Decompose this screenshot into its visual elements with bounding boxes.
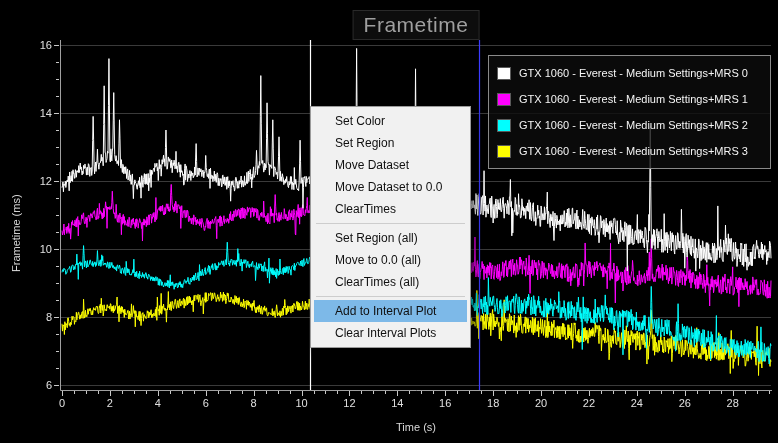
- legend-entry[interactable]: GTX 1060 - Everest - Medium Settings+MRS…: [497, 115, 762, 135]
- menu-item-add-to-interval-plot[interactable]: Add to Interval Plot: [314, 300, 467, 322]
- menu-separator: [316, 223, 465, 224]
- x-axis-label: Time (s): [396, 421, 436, 433]
- menu-item-cleartimes[interactable]: ClearTimes: [314, 198, 467, 220]
- context-menu: Set ColorSet RegionMove DatasetMove Data…: [310, 106, 471, 348]
- menu-separator: [316, 296, 465, 297]
- legend-label: GTX 1060 - Everest - Medium Settings+MRS…: [519, 119, 748, 131]
- menu-item-set-color[interactable]: Set Color: [314, 110, 467, 132]
- legend-swatch: [497, 67, 511, 80]
- menu-item-move-dataset[interactable]: Move Dataset: [314, 154, 467, 176]
- legend-entry[interactable]: GTX 1060 - Everest - Medium Settings+MRS…: [497, 89, 762, 109]
- menu-item-set-region-all[interactable]: Set Region (all): [314, 227, 467, 249]
- legend-entry[interactable]: GTX 1060 - Everest - Medium Settings+MRS…: [497, 63, 762, 83]
- menu-item-move-to-0-0-all[interactable]: Move to 0.0 (all): [314, 249, 467, 271]
- menu-item-clear-interval-plots[interactable]: Clear Interval Plots: [314, 322, 467, 344]
- legend-label: GTX 1060 - Everest - Medium Settings+MRS…: [519, 145, 748, 157]
- legend-swatch: [497, 145, 511, 158]
- legend-swatch: [497, 119, 511, 132]
- menu-item-cleartimes-all[interactable]: ClearTimes (all): [314, 271, 467, 293]
- y-axis-label: Frametime (ms): [10, 194, 22, 272]
- menu-item-set-region[interactable]: Set Region: [314, 132, 467, 154]
- menu-item-move-dataset-to-0-0[interactable]: Move Dataset to 0.0: [314, 176, 467, 198]
- chart-title: Frametime: [353, 10, 480, 40]
- legend-label: GTX 1060 - Everest - Medium Settings+MRS…: [519, 93, 748, 105]
- legend-swatch: [497, 93, 511, 106]
- legend-entry[interactable]: GTX 1060 - Everest - Medium Settings+MRS…: [497, 141, 762, 161]
- legend: GTX 1060 - Everest - Medium Settings+MRS…: [488, 55, 771, 169]
- legend-label: GTX 1060 - Everest - Medium Settings+MRS…: [519, 67, 748, 79]
- frametime-window: Frametime Frametime (ms) Time (s) 024681…: [0, 0, 778, 443]
